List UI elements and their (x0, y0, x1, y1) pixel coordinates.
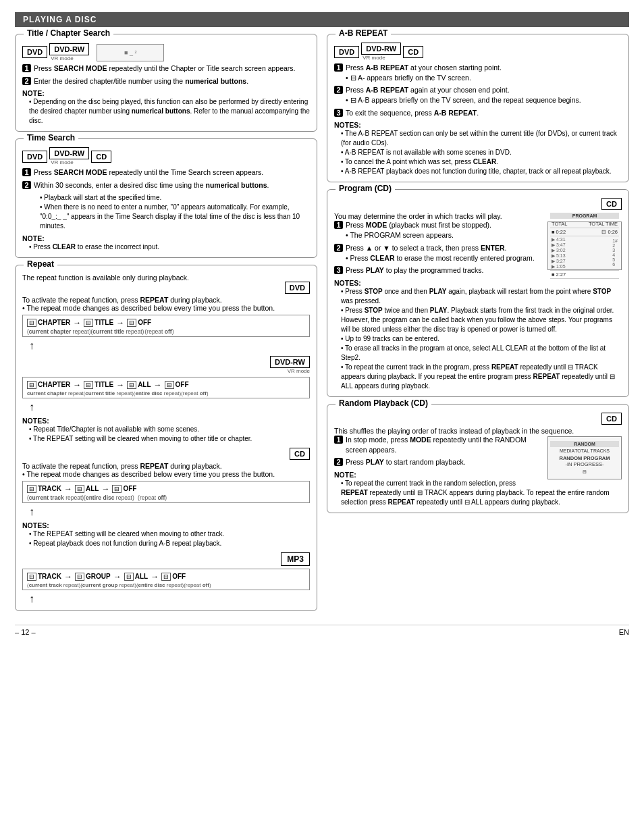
step-item: 2 Enter the desired chapter/title number… (22, 76, 310, 86)
off-icon2: ⊟ (165, 381, 174, 389)
sub-chapter: (current chapter repeat) (27, 328, 91, 335)
chapter-label: CHAPTER (38, 319, 70, 326)
off-icon3: ⊟ (112, 485, 122, 493)
step-num-1: 1 (334, 221, 343, 229)
off-icon: ⊟ (127, 319, 136, 327)
step-num-2: 2 (334, 244, 343, 252)
repeat-cd-text1: To activate the repeat function, press R… (22, 462, 310, 470)
chapter-icon2: ⊟ (27, 381, 36, 389)
ab-repeat-section: A-B REPEAT DVD DVD-RW VR mode CD 1 Pres (327, 34, 629, 182)
note-text: Press CLEAR to erase the incorrect input… (29, 242, 310, 252)
step-num-2: 2 (334, 86, 343, 94)
all-label2: ALL (86, 485, 99, 492)
all-icon2: ⊟ (75, 485, 84, 493)
title-chapter-note: NOTE: Depending on the disc being played… (22, 89, 310, 126)
footer-lang: EN (619, 628, 629, 636)
step-text-1: Press SEARCH MODE repeatedly until the T… (34, 167, 263, 178)
note-label: NOTE: (22, 234, 45, 242)
step-num-1: 1 (334, 63, 343, 72)
step-num-1: 1 (22, 64, 31, 72)
sub-title2: (current title repeat) (84, 390, 134, 396)
step-item: 2 Within 30 seconds, enter a desired dis… (22, 180, 310, 190)
repeat-dvd-text2: • The repeat mode changes as described b… (22, 304, 310, 312)
time-search-heading: Time Search (24, 133, 78, 142)
step-text-2: Within 30 seconds, enter a desired disc … (34, 180, 269, 190)
prog-note-label: NOTES: (334, 279, 361, 287)
dvdrw-notes: NOTES: Repeat Title/Chapter is not avail… (22, 417, 310, 444)
all-label: ALL (138, 381, 151, 388)
right-column: A-B REPEAT DVD DVD-RW VR mode CD 1 Pres (327, 34, 629, 618)
dvdrw-note-1: Repeat Title/Chapter is not available wi… (29, 425, 310, 434)
track-icon: ⊟ (27, 485, 36, 493)
title-chapter-heading: Title / Chapter Search (24, 28, 113, 38)
program-screen: PROGRAM TOTALTOTAL TIME ■ 0:22⊟ 0:26 ▶ 4… (547, 221, 622, 270)
vr-label: VR mode (51, 55, 73, 61)
badge-dvd: DVD (22, 46, 47, 58)
step-num-3: 3 (334, 266, 343, 274)
repeat-dvd-badge: DVD (22, 282, 310, 294)
repeat-mp3-badge: MP3 (22, 552, 310, 566)
step-item: 2 Press PLAY to start random playback. (334, 457, 542, 467)
badge-dvd: DVD (285, 282, 310, 294)
cd-note-label: NOTES: (22, 521, 49, 529)
rand-note-1: To repeat the current track in the rando… (341, 479, 622, 507)
step-num-2: 2 (334, 458, 343, 466)
page-header: PLAYING A DISC (15, 12, 629, 27)
sub-title: (current title repeat) (91, 328, 145, 335)
mp3-flow-main: ⊟ TRACK → ⊟ GROUP → ⊟ ALL → ⊟ OFF (27, 572, 305, 581)
program-cd-section: Program (CD) CD You may determine the or… (327, 189, 629, 396)
dvdrw-note-2: The REPEAT setting will be cleared when … (29, 434, 310, 444)
sub-off2: (repeat off) (181, 390, 215, 396)
vr-label: VR mode (288, 368, 310, 374)
repeat-heading: Repeat (24, 259, 57, 269)
cd-flow-main: ⊟ TRACK → ⊟ ALL → ⊟ OFF (27, 484, 305, 494)
repeat-section: Repeat The repeat function is available … (15, 265, 317, 611)
badge-cd-rand: CD (601, 413, 622, 425)
track-label: TRACK (38, 485, 61, 492)
arrow2: → (116, 318, 124, 328)
prog-note-2: Press STOP twice and then PLAY. Playback… (341, 306, 622, 334)
title-chapter-steps: 1 Press SEARCH MODE repeatedly until the… (22, 63, 310, 86)
program-cd-badge: CD (334, 198, 622, 210)
off-label3: OFF (123, 485, 136, 492)
step-item: 2 Press A-B REPEAT again at your chosen … (334, 85, 622, 105)
up-arrow-dvdrw: ↑ (29, 401, 310, 413)
off-label2: OFF (176, 381, 189, 388)
random-screen: RANDOM MEDIATOTAL TRACKS RANDOM PROGRAM-… (547, 436, 622, 479)
title-chapter-formats: DVD DVD-RW VR mode ■ _ ² (22, 43, 310, 61)
page: PLAYING A DISC Title / Chapter Search DV… (0, 0, 644, 834)
repeat-dvdrw-badge: DVD-RW VR mode (22, 356, 310, 374)
note-text: Depending on the disc being played, this… (29, 97, 310, 126)
step-text-1: Press A-B REPEAT at your chosen starting… (346, 63, 502, 82)
footer-page: – 12 – (15, 628, 36, 636)
step-text-2: Press ▲ or ▼ to select a track, then pre… (346, 243, 535, 263)
all-icon: ⊟ (127, 381, 136, 389)
vr-label-ab: VR mode (363, 55, 385, 61)
badge-dvdrw: DVD-RW (49, 43, 89, 55)
arrow1: → (73, 318, 81, 328)
left-column: Title / Chapter Search DVD DVD-RW VR mod… (15, 34, 317, 618)
step-text-2: Press PLAY to start random playback. (346, 457, 466, 467)
badge-dvdrw-ab: DVD-RW (361, 43, 401, 55)
dvdrw-flow-main: ⊟ CHAPTER → ⊟ TITLE → ⊟ ALL → ⊟ OFF (27, 380, 305, 390)
up-arrow-mp3: ↑ (29, 593, 310, 605)
up-arrow-cd: ↑ (29, 506, 310, 518)
group-icon: ⊟ (75, 573, 84, 581)
prog-note-5: To repeat the current track in the progr… (341, 363, 622, 391)
random-cd-heading: Random Playback (CD) (336, 398, 431, 408)
cd-notes: NOTES: The REPEAT setting will be cleare… (22, 521, 310, 548)
off-icon4: ⊟ (161, 573, 171, 581)
step-num-1: 1 (22, 168, 31, 176)
badge-dvd-ab: DVD (334, 46, 359, 58)
step-num-3: 3 (334, 109, 343, 117)
step-item: 1 Press SEARCH MODE repeatedly until the… (22, 167, 310, 178)
step-item: 3 To exit the sequence, press A-B REPEAT… (334, 108, 622, 118)
cd-flow-box: ⊟ TRACK → ⊟ ALL → ⊟ OFF (current track r… (22, 481, 310, 503)
sub-all: (entire disc repeat) (134, 390, 181, 396)
search-display: ■ _ ² (97, 44, 164, 61)
badge-mp3: MP3 (281, 552, 310, 566)
prog-note-3: Up to 99 tracks can be entered. (341, 334, 622, 344)
all-label3: ALL (135, 573, 148, 580)
title-label2: TITLE (95, 381, 113, 388)
prog-note-1: Press STOP once and then PLAY again, pla… (341, 287, 622, 306)
